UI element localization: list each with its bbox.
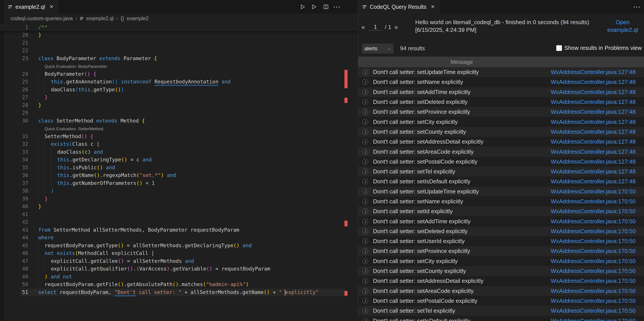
code-line[interactable]: 33daoClass(c) and — [0, 148, 358, 156]
code-line[interactable]: 50requestBodyParam.getFile().getAbsolute… — [0, 281, 358, 289]
code-line[interactable]: 51select requestBodyParam, "Dont't call … — [0, 289, 358, 296]
code-line[interactable]: 31SetterMethod() { — [0, 133, 358, 141]
tab-codeql-query-results[interactable]: CodeQL Query Results ✕ — [358, 0, 440, 14]
code-line[interactable]: 39} — [0, 195, 358, 203]
code-line[interactable]: 25this.getAnAnnotation() instanceof Requ… — [0, 78, 358, 86]
result-row[interactable]: iDont't call setter: setIsDefault explic… — [358, 176, 644, 186]
result-row[interactable]: iDont't call setter: setName explicitlyW… — [358, 77, 644, 87]
result-location-link[interactable]: WxAddressController.java:170:50 — [551, 218, 636, 225]
code-line[interactable]: 43from SetterMethod allSetterMethods, Bo… — [0, 226, 358, 234]
result-location-link[interactable]: WxAddressController.java:127:48 — [551, 99, 636, 105]
result-row[interactable]: iDont't call setter: setCity explicitlyW… — [358, 256, 644, 266]
code-line[interactable]: 37this.getNumberOfParameters() = 1 — [0, 179, 358, 187]
result-row[interactable]: iDont't call setter: setIsDefault explic… — [358, 316, 644, 321]
result-location-link[interactable]: WxAddressController.java:170:50 — [551, 307, 636, 314]
split-editor-button[interactable] — [322, 3, 330, 11]
result-row[interactable]: iDont't call setter: setDeleted explicit… — [358, 226, 644, 236]
editor-more-actions-button[interactable]: ⋯ — [333, 3, 341, 11]
result-location-link[interactable]: WxAddressController.java:127:48 — [551, 89, 636, 96]
close-tab-icon[interactable]: ✕ — [431, 4, 435, 10]
code-line[interactable]: 44where — [0, 234, 358, 242]
result-location-link[interactable]: WxAddressController.java:127:48 — [551, 79, 636, 85]
codelens-row[interactable]: Quick Evaluation: SetterMethod — [0, 125, 358, 133]
result-row[interactable]: iDont't call setter: setName explicitlyW… — [358, 196, 644, 206]
code-line[interactable]: 45requestBodyParam.getType() = allSetter… — [0, 242, 358, 250]
code-line[interactable]: 47explicitCall.getCallee() = allSetterMe… — [0, 257, 358, 265]
codelens-row[interactable]: Quick Evaluation: BodyParameter — [0, 62, 358, 70]
results-more-actions-button[interactable]: ⋯ — [633, 3, 641, 11]
result-row[interactable]: iDont't call setter: setCity explicitlyW… — [358, 117, 644, 127]
code-line[interactable]: 24BodyParameter() { — [0, 70, 358, 78]
result-row[interactable]: iDont't call setter: setUpdateTime expli… — [358, 67, 644, 77]
code-line[interactable]: 36this.getName().regexpMatch("set.*") an… — [0, 171, 358, 179]
result-location-link[interactable]: WxAddressController.java:127:48 — [551, 158, 636, 165]
breadcrumb-file[interactable]: example2.ql — [86, 15, 114, 21]
result-location-link[interactable]: WxAddressController.java:170:50 — [551, 288, 636, 295]
result-row[interactable]: iDont't call setter: setProvince explici… — [358, 246, 644, 256]
codelens-action[interactable]: Quick Evaluation: SetterMethod — [38, 125, 103, 133]
code-line[interactable]: 23class BodyParameter extends Parameter … — [0, 55, 358, 63]
sticky-scroll-line[interactable]: 1 /** — [0, 23, 358, 31]
code-line[interactable]: 29 — [0, 109, 358, 117]
result-location-link[interactable]: WxAddressController.java:170:50 — [551, 268, 636, 275]
code-line[interactable]: 42 — [0, 218, 358, 226]
result-location-link[interactable]: WxAddressController.java:170:50 — [551, 208, 636, 215]
code-line[interactable]: 20} — [0, 31, 358, 39]
result-row[interactable]: iDont't call setter: setDeleted explicit… — [358, 97, 644, 107]
code-line[interactable]: 32exists(Class c | — [0, 140, 358, 148]
breadcrumb-symbol[interactable]: example2 — [127, 15, 149, 21]
result-location-link[interactable]: WxAddressController.java:127:48 — [551, 109, 636, 115]
breadcrumb-folder[interactable]: codeql-custom-queries-java — [10, 15, 73, 21]
result-location-link[interactable]: WxAddressController.java:170:50 — [551, 298, 636, 304]
result-location-link[interactable]: WxAddressController.java:127:48 — [551, 149, 636, 155]
code-line[interactable]: 27} — [0, 94, 358, 101]
result-row[interactable]: iDont't call setter: setAddTime explicit… — [358, 216, 644, 226]
open-query-link[interactable]: Open example2.ql — [604, 18, 641, 34]
run-query-button[interactable] — [299, 3, 306, 11]
tab-example2-ql[interactable]: example2.ql ✕ — [4, 0, 58, 14]
code-line[interactable]: 41 — [0, 211, 358, 218]
close-tab-icon[interactable]: ✕ — [50, 4, 54, 10]
result-view-select[interactable]: alerts ⌄ — [362, 43, 394, 54]
result-row[interactable]: iDont't call setter: setTel explicitlyWx… — [358, 167, 644, 176]
result-row[interactable]: iDont't call setter: setCounty explicitl… — [358, 127, 644, 137]
code-line[interactable]: 38) — [0, 187, 358, 195]
code-line[interactable]: 35this.isPublic() and — [0, 164, 358, 172]
next-page-button[interactable]: » — [394, 23, 399, 31]
result-row[interactable]: iDont't call setter: setUserId explicitl… — [358, 236, 644, 246]
result-location-link[interactable]: WxAddressController.java:170:50 — [551, 238, 636, 245]
result-row[interactable]: iDont't call setter: setPostalCode expli… — [358, 157, 644, 167]
result-location-link[interactable]: WxAddressController.java:170:50 — [551, 278, 636, 284]
result-row[interactable]: iDont't call setter: setAreaCode explici… — [358, 286, 644, 296]
code-line[interactable]: 26daoClass(this.getType()) — [0, 86, 358, 94]
result-row[interactable]: iDont't call setter: setPostalCode expli… — [358, 296, 644, 306]
code-line[interactable]: 22 — [0, 47, 358, 55]
result-location-link[interactable]: WxAddressController.java:127:48 — [551, 129, 636, 135]
result-location-link[interactable]: WxAddressController.java:127:48 — [551, 138, 636, 145]
result-location-link[interactable]: WxAddressController.java:127:48 — [551, 119, 636, 125]
result-location-link[interactable]: WxAddressController.java:170:50 — [551, 318, 636, 321]
result-row[interactable]: iDont't call setter: setProvince explici… — [358, 107, 644, 117]
page-number-input[interactable]: 1 — [368, 23, 383, 30]
code-line[interactable]: 28} — [0, 101, 358, 109]
result-row[interactable]: iDont't call setter: setAddressDetail ex… — [358, 137, 644, 147]
result-location-link[interactable]: WxAddressController.java:127:48 — [551, 178, 636, 185]
previous-page-button[interactable]: « — [360, 23, 366, 31]
code-line[interactable]: 30class SetterMethod extends Method { — [0, 117, 358, 125]
code-line[interactable]: 46not exists(MethodCall explicitCall | — [0, 249, 358, 257]
code-line[interactable]: 48explicitCall.getQualifier().(VarAccess… — [0, 265, 358, 273]
code-line[interactable]: 49) and not — [0, 273, 358, 281]
code-line[interactable]: 21 — [0, 39, 358, 47]
result-location-link[interactable]: WxAddressController.java:170:50 — [551, 188, 636, 195]
result-location-link[interactable]: WxAddressController.java:127:48 — [551, 168, 636, 175]
code-line[interactable]: 34this.getDeclaringType() = c and — [0, 156, 358, 164]
codelens-action[interactable]: Quick Evaluation: BodyParameter — [38, 62, 107, 70]
result-row[interactable]: iDont't call setter: setAddressDetail ex… — [358, 276, 644, 286]
show-in-problems-checkbox[interactable] — [556, 45, 562, 51]
result-row[interactable]: iDont't call setter: setAreaCode explici… — [358, 147, 644, 157]
result-row[interactable]: iDont't call setter: setTel explicitlyWx… — [358, 306, 644, 316]
result-row[interactable]: iDont't call setter: setUpdateTime expli… — [358, 187, 644, 196]
result-location-link[interactable]: WxAddressController.java:170:50 — [551, 228, 636, 235]
result-location-link[interactable]: WxAddressController.java:170:50 — [551, 258, 636, 265]
result-row[interactable]: iDont't call setter: setAddTime explicit… — [358, 87, 644, 97]
